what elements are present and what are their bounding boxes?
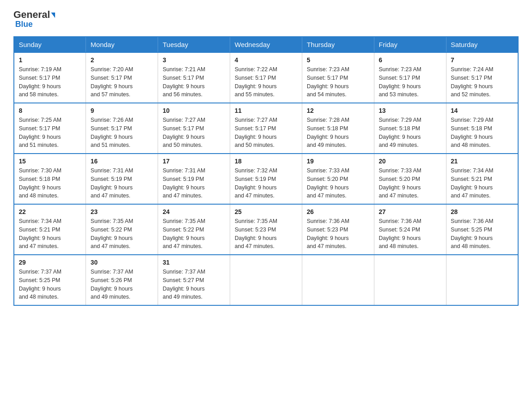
day-info: Sunrise: 7:33 AMSunset: 5:20 PMDaylight:… [307, 167, 349, 199]
day-number: 18 [235, 158, 297, 165]
calendar-day-cell: 28Sunrise: 7:36 AMSunset: 5:25 PMDayligh… [446, 204, 518, 255]
weekday-header-thursday: Thursday [302, 37, 374, 52]
calendar-day-cell: 30Sunrise: 7:37 AMSunset: 5:26 PMDayligh… [86, 255, 158, 305]
day-number: 20 [379, 158, 442, 165]
day-number: 28 [451, 208, 513, 215]
day-number: 15 [19, 158, 81, 165]
calendar-day-cell: 3Sunrise: 7:21 AMSunset: 5:17 PMDaylight… [158, 52, 230, 103]
weekday-header-tuesday: Tuesday [158, 37, 230, 52]
day-number: 26 [307, 208, 369, 215]
calendar-day-cell: 11Sunrise: 7:27 AMSunset: 5:17 PMDayligh… [230, 103, 302, 154]
day-number: 3 [163, 56, 225, 64]
weekday-header-sunday: Sunday [14, 37, 86, 52]
page-header: General Blue [13, 9, 519, 29]
day-info: Sunrise: 7:26 AMSunset: 5:17 PMDaylight:… [90, 117, 133, 148]
calendar-day-cell: 1Sunrise: 7:19 AMSunset: 5:17 PMDaylight… [14, 52, 86, 103]
calendar-week-row: 15Sunrise: 7:30 AMSunset: 5:18 PMDayligh… [14, 154, 518, 204]
day-info: Sunrise: 7:27 AMSunset: 5:17 PMDaylight:… [235, 117, 277, 148]
calendar-day-cell [302, 255, 374, 305]
day-info: Sunrise: 7:36 AMSunset: 5:24 PMDaylight:… [379, 218, 421, 249]
day-number: 5 [307, 56, 369, 64]
calendar-day-cell [374, 255, 446, 305]
day-number: 8 [19, 107, 81, 114]
day-number: 27 [379, 208, 442, 215]
weekday-header-saturday: Saturday [446, 37, 518, 52]
day-number: 23 [90, 208, 153, 215]
calendar-day-cell: 14Sunrise: 7:29 AMSunset: 5:18 PMDayligh… [446, 103, 518, 154]
day-number: 9 [90, 107, 153, 114]
day-info: Sunrise: 7:29 AMSunset: 5:18 PMDaylight:… [451, 117, 493, 148]
calendar-day-cell: 12Sunrise: 7:28 AMSunset: 5:18 PMDayligh… [302, 103, 374, 154]
day-info: Sunrise: 7:34 AMSunset: 5:21 PMDaylight:… [451, 167, 493, 199]
calendar-day-cell: 4Sunrise: 7:22 AMSunset: 5:17 PMDaylight… [230, 52, 302, 103]
day-info: Sunrise: 7:22 AMSunset: 5:17 PMDaylight:… [235, 66, 277, 98]
day-info: Sunrise: 7:28 AMSunset: 5:18 PMDaylight:… [307, 117, 349, 148]
calendar-day-cell: 5Sunrise: 7:23 AMSunset: 5:17 PMDaylight… [302, 52, 374, 103]
weekday-header-wednesday: Wednesday [230, 37, 302, 52]
calendar-day-cell: 10Sunrise: 7:27 AMSunset: 5:17 PMDayligh… [158, 103, 230, 154]
calendar-week-row: 1Sunrise: 7:19 AMSunset: 5:17 PMDaylight… [14, 52, 518, 103]
day-info: Sunrise: 7:19 AMSunset: 5:17 PMDaylight:… [19, 66, 61, 98]
calendar-day-cell [230, 255, 302, 305]
day-info: Sunrise: 7:27 AMSunset: 5:17 PMDaylight:… [163, 117, 205, 148]
calendar-day-cell: 17Sunrise: 7:31 AMSunset: 5:19 PMDayligh… [158, 154, 230, 204]
day-info: Sunrise: 7:36 AMSunset: 5:25 PMDaylight:… [451, 218, 493, 249]
day-number: 6 [379, 56, 442, 64]
weekday-header-monday: Monday [86, 37, 158, 52]
calendar-header-row: SundayMondayTuesdayWednesdayThursdayFrid… [14, 37, 518, 52]
day-number: 22 [19, 208, 81, 215]
calendar-day-cell: 21Sunrise: 7:34 AMSunset: 5:21 PMDayligh… [446, 154, 518, 204]
calendar-week-row: 22Sunrise: 7:34 AMSunset: 5:21 PMDayligh… [14, 204, 518, 255]
day-info: Sunrise: 7:24 AMSunset: 5:17 PMDaylight:… [451, 66, 493, 98]
day-number: 16 [90, 158, 153, 165]
calendar-day-cell: 27Sunrise: 7:36 AMSunset: 5:24 PMDayligh… [374, 204, 446, 255]
weekday-header-friday: Friday [374, 37, 446, 52]
calendar-week-row: 8Sunrise: 7:25 AMSunset: 5:17 PMDaylight… [14, 103, 518, 154]
calendar-day-cell: 26Sunrise: 7:36 AMSunset: 5:23 PMDayligh… [302, 204, 374, 255]
calendar-day-cell: 8Sunrise: 7:25 AMSunset: 5:17 PMDaylight… [14, 103, 86, 154]
calendar-day-cell: 9Sunrise: 7:26 AMSunset: 5:17 PMDaylight… [86, 103, 158, 154]
calendar-day-cell: 7Sunrise: 7:24 AMSunset: 5:17 PMDaylight… [446, 52, 518, 103]
day-number: 25 [235, 208, 297, 215]
calendar-day-cell: 2Sunrise: 7:20 AMSunset: 5:17 PMDaylight… [86, 52, 158, 103]
day-info: Sunrise: 7:31 AMSunset: 5:19 PMDaylight:… [90, 167, 133, 199]
logo-top: General [13, 9, 55, 21]
day-info: Sunrise: 7:31 AMSunset: 5:19 PMDaylight:… [163, 167, 205, 199]
day-number: 31 [163, 259, 225, 266]
calendar-table: SundayMondayTuesdayWednesdayThursdayFrid… [13, 36, 519, 306]
day-info: Sunrise: 7:36 AMSunset: 5:23 PMDaylight:… [307, 218, 349, 249]
day-number: 19 [307, 158, 369, 165]
day-info: Sunrise: 7:37 AMSunset: 5:27 PMDaylight:… [163, 269, 205, 300]
day-number: 11 [235, 107, 297, 114]
calendar-day-cell: 16Sunrise: 7:31 AMSunset: 5:19 PMDayligh… [86, 154, 158, 204]
day-number: 12 [307, 107, 369, 114]
day-info: Sunrise: 7:32 AMSunset: 5:19 PMDaylight:… [235, 167, 277, 199]
calendar-day-cell: 19Sunrise: 7:33 AMSunset: 5:20 PMDayligh… [302, 154, 374, 204]
calendar-day-cell: 15Sunrise: 7:30 AMSunset: 5:18 PMDayligh… [14, 154, 86, 204]
calendar-day-cell: 24Sunrise: 7:35 AMSunset: 5:22 PMDayligh… [158, 204, 230, 255]
day-number: 4 [235, 56, 297, 64]
day-info: Sunrise: 7:23 AMSunset: 5:17 PMDaylight:… [307, 66, 349, 98]
calendar-day-cell: 29Sunrise: 7:37 AMSunset: 5:25 PMDayligh… [14, 255, 86, 305]
day-info: Sunrise: 7:20 AMSunset: 5:17 PMDaylight:… [90, 66, 133, 98]
day-info: Sunrise: 7:35 AMSunset: 5:23 PMDaylight:… [235, 218, 277, 249]
day-info: Sunrise: 7:35 AMSunset: 5:22 PMDaylight:… [163, 218, 205, 249]
day-info: Sunrise: 7:29 AMSunset: 5:18 PMDaylight:… [379, 117, 421, 148]
calendar-day-cell: 25Sunrise: 7:35 AMSunset: 5:23 PMDayligh… [230, 204, 302, 255]
day-number: 13 [379, 107, 442, 114]
calendar-week-row: 29Sunrise: 7:37 AMSunset: 5:25 PMDayligh… [14, 255, 518, 305]
calendar-day-cell: 22Sunrise: 7:34 AMSunset: 5:21 PMDayligh… [14, 204, 86, 255]
logo-bottom: Blue [15, 20, 33, 29]
day-info: Sunrise: 7:25 AMSunset: 5:17 PMDaylight:… [19, 117, 61, 148]
logo: General Blue [13, 9, 55, 29]
day-info: Sunrise: 7:23 AMSunset: 5:17 PMDaylight:… [379, 66, 421, 98]
calendar-day-cell: 6Sunrise: 7:23 AMSunset: 5:17 PMDaylight… [374, 52, 446, 103]
day-number: 30 [90, 259, 153, 266]
calendar-day-cell: 18Sunrise: 7:32 AMSunset: 5:19 PMDayligh… [230, 154, 302, 204]
day-info: Sunrise: 7:33 AMSunset: 5:20 PMDaylight:… [379, 167, 421, 199]
day-number: 10 [163, 107, 225, 114]
day-info: Sunrise: 7:35 AMSunset: 5:22 PMDaylight:… [90, 218, 133, 249]
day-info: Sunrise: 7:34 AMSunset: 5:21 PMDaylight:… [19, 218, 61, 249]
day-number: 14 [451, 107, 513, 114]
day-info: Sunrise: 7:37 AMSunset: 5:26 PMDaylight:… [90, 269, 133, 300]
